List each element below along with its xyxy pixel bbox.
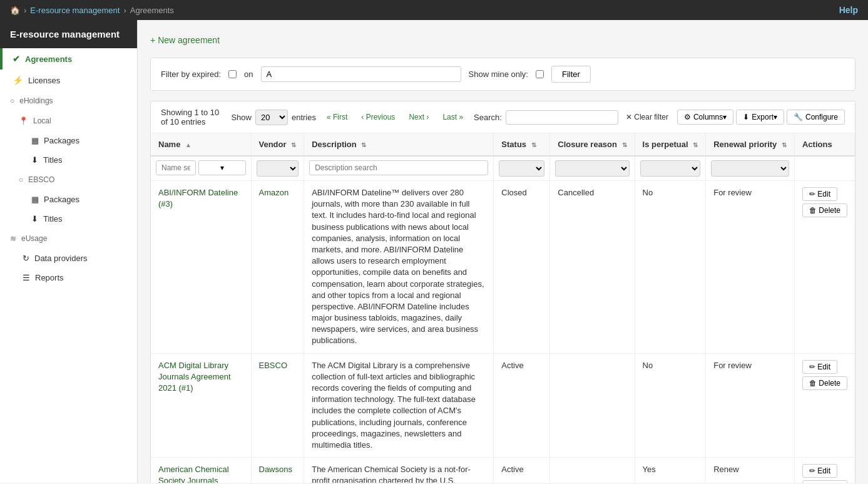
description-filter-input[interactable]	[309, 160, 488, 175]
local-icon: 📍	[19, 116, 28, 125]
col-actions: Actions	[794, 133, 855, 156]
description-cell-1: ABI/INFORM Dateline™ delivers over 280 j…	[304, 181, 494, 354]
name-filter-input[interactable]	[156, 160, 196, 175]
home-icon[interactable]: 🏠	[10, 6, 20, 15]
agreements-icon: ✔	[13, 54, 20, 64]
sidebar-item-agreements-label: Agreements	[25, 54, 72, 64]
help-link[interactable]: Help	[839, 5, 858, 15]
sidebar-item-local-titles-label: Titles	[43, 155, 63, 165]
breadcrumb-current: Agreements	[130, 6, 174, 15]
edit-button-3[interactable]: ✏ Edit	[802, 464, 837, 478]
agreement-link-1[interactable]: ABI/INFORM Dateline (#3)	[158, 188, 238, 209]
sidebar-item-reports[interactable]: ☰ Reports	[0, 268, 137, 287]
sidebar-item-eholdings[interactable]: ○ eHoldings	[0, 91, 137, 111]
col-is-perpetual[interactable]: Is perpetual ⇅	[635, 133, 706, 156]
filter-bar: Filter by expired: on Show mine only: Fi…	[150, 58, 855, 91]
clear-filter-button[interactable]: ✕ Clear filter	[622, 111, 672, 123]
export-label: Export▾	[752, 113, 777, 121]
status-cell-3: Active	[494, 458, 550, 483]
search-input[interactable]	[506, 110, 618, 125]
action-buttons: ⚙ Columns▾ ⬇ Export▾ 🔧 Configure	[677, 110, 845, 125]
name-filter-dropdown[interactable]: ▾	[198, 160, 246, 175]
sidebar-item-local[interactable]: 📍 Local	[0, 111, 137, 131]
sidebar-item-ebsco-titles[interactable]: ⬇ Titles	[0, 209, 137, 229]
perpetual-sort-icon: ⇅	[693, 142, 698, 148]
is-perpetual-cell-1: No	[635, 181, 706, 354]
perpetual-filter-select[interactable]	[640, 160, 701, 177]
delete-button-2[interactable]: 🗑 Delete	[802, 376, 847, 390]
col-renewal-priority[interactable]: Renewal priority ⇅	[706, 133, 795, 156]
sidebar-item-eusage-label: eUsage	[21, 234, 47, 243]
wrench-icon: 🔧	[794, 113, 803, 121]
main-content: + Showing 1 to 10 of 10 entries New agre…	[138, 20, 868, 483]
edit-button-2[interactable]: ✏ Edit	[802, 360, 837, 374]
show-mine-checkbox[interactable]	[536, 70, 544, 78]
col-name[interactable]: Name ▲	[151, 133, 251, 156]
eholdings-icon: ○	[10, 96, 14, 105]
sidebar-item-eusage[interactable]: ≋ eUsage	[0, 229, 137, 249]
vendor-link-3[interactable]: Dawsons	[259, 465, 292, 474]
breadcrumb-eresource[interactable]: E-resource management	[30, 6, 120, 15]
agreement-link-3[interactable]: American Chemical Society Journals Agree…	[158, 465, 239, 483]
sidebar-item-local-packages-label: Packages	[44, 136, 79, 145]
export-button[interactable]: ⬇ Export▾	[736, 110, 784, 125]
sidebar-item-agreements[interactable]: ✔ Agreements	[0, 48, 137, 70]
is-perpetual-cell-2: No	[635, 353, 706, 458]
agreement-link-2[interactable]: ACM Digital Library Journals Agreement 2…	[158, 361, 231, 393]
entries-control: Show 20 10 50 100 entries	[231, 110, 316, 125]
status-filter-select[interactable]	[499, 160, 544, 177]
new-agreement-button[interactable]: + Showing 1 to 10 of 10 entries New agre…	[150, 33, 220, 48]
licenses-icon: ⚡	[13, 75, 23, 85]
search-control: Search: ✕ Clear filter	[474, 110, 672, 125]
sidebar-item-eholdings-label: eHoldings	[19, 96, 53, 105]
col-closure-reason[interactable]: Closure reason ⇅	[550, 133, 635, 156]
columns-button[interactable]: ⚙ Columns▾	[677, 110, 733, 125]
local-titles-icon: ⬇	[31, 155, 38, 165]
first-button[interactable]: « First	[321, 110, 353, 124]
entries-select[interactable]: 20 10 50 100	[255, 110, 288, 125]
sidebar-item-licenses[interactable]: ⚡ Licenses	[0, 70, 137, 91]
delete-button-3[interactable]: 🗑 Delete	[802, 480, 847, 483]
filter-date-input[interactable]	[261, 66, 461, 82]
vendor-link-1[interactable]: Amazon	[259, 188, 289, 197]
edit-button-1[interactable]: ✏ Edit	[802, 187, 837, 201]
delete-button-1[interactable]: 🗑 Delete	[802, 203, 847, 217]
closure-reason-cell-3	[550, 458, 635, 483]
next-button[interactable]: Next ›	[403, 110, 434, 124]
ebsco-packages-icon: ▦	[31, 195, 39, 204]
pagination: « First ‹ Previous Next › Last »	[321, 110, 469, 124]
filter-expired-checkbox[interactable]	[228, 70, 237, 78]
col-status[interactable]: Status ⇅	[494, 133, 550, 156]
status-cell-2: Active	[494, 353, 550, 458]
sidebar-item-ebsco[interactable]: ○ EBSCO	[0, 170, 137, 190]
renewal-priority-cell-3: Renew	[706, 458, 795, 483]
actions-cell-3: ✏ Edit 🗑 Delete	[794, 458, 855, 483]
vendor-filter-select[interactable]	[257, 160, 299, 177]
sidebar-item-ebsco-packages-label: Packages	[44, 195, 79, 204]
sidebar-item-local-titles[interactable]: ⬇ Titles	[0, 150, 137, 170]
closure-sort-icon: ⇅	[622, 142, 627, 148]
sidebar-item-local-packages[interactable]: ▦ Packages	[0, 131, 137, 150]
ebsco-titles-icon: ⬇	[31, 214, 38, 224]
gear-icon: ⚙	[684, 113, 691, 121]
col-vendor[interactable]: Vendor ⇅	[251, 133, 304, 156]
vendor-link-2[interactable]: EBSCO	[259, 361, 288, 370]
last-button[interactable]: Last »	[437, 110, 469, 124]
prev-button[interactable]: ‹ Previous	[355, 110, 401, 124]
filter-row: ▾	[151, 156, 855, 181]
download-icon: ⬇	[743, 113, 749, 121]
filter-expired-label: Filter by expired:	[161, 70, 221, 79]
sidebar-item-licenses-label: Licenses	[28, 76, 60, 85]
renewal-priority-cell-2: For review	[706, 353, 795, 458]
sidebar-item-data-providers[interactable]: ↻ Data providers	[0, 249, 137, 268]
reports-icon: ☰	[23, 273, 30, 282]
filter-button[interactable]: Filter	[551, 66, 591, 83]
renewal-filter-select[interactable]	[711, 160, 789, 177]
closure-filter-select[interactable]	[555, 160, 629, 177]
sidebar-item-ebsco-packages[interactable]: ▦ Packages	[0, 190, 137, 209]
description-cell-3: The American Chemical Society is a not-f…	[304, 458, 494, 483]
col-description[interactable]: Description ⇅	[304, 133, 494, 156]
showing-text: Showing 1 to 10 of 10 entries	[161, 108, 226, 126]
search-label: Search:	[474, 113, 502, 122]
configure-button[interactable]: 🔧 Configure	[787, 110, 845, 125]
